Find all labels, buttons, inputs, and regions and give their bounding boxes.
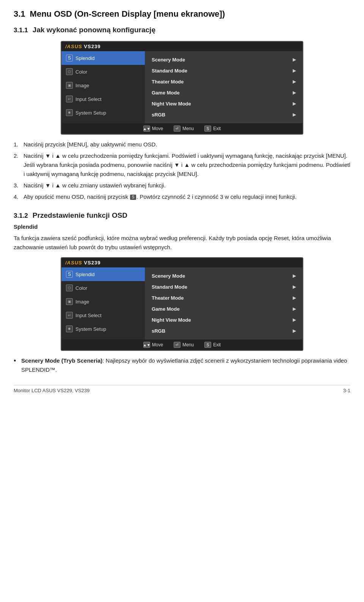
- input-icon-2: ↩: [66, 312, 73, 319]
- move-icon-2: ▲▼: [143, 342, 150, 348]
- osd-option-game-label-1: Game Mode: [152, 90, 180, 96]
- splendid-label-2: Splendid: [75, 272, 95, 277]
- system-icon-2: ✱: [66, 325, 73, 332]
- step-3-text: Naciśnij ▼ i ▲ w celu zmiany ustawień wy…: [24, 181, 166, 190]
- footer-right: 3-1: [343, 388, 350, 393]
- step-2-num: 2.: [14, 151, 20, 179]
- move-icon-1: ▲▼: [143, 126, 150, 132]
- osd-option-scenery-arrow-2: ▶: [293, 273, 296, 278]
- section-31-number: 3.1: [14, 9, 25, 19]
- section-31-title: Menu OSD (On-Screen Display [menu ekrano…: [30, 9, 225, 19]
- image-icon-2: ▣: [66, 298, 73, 305]
- osd-footer-2: ▲▼ Move ⏎ Menu S Exit: [61, 340, 303, 350]
- system-icon-1: ✱: [66, 109, 73, 116]
- color-label-2: Color: [75, 285, 87, 291]
- osd-menu-item-splendid-2[interactable]: S Splendid: [61, 267, 145, 281]
- osd-option-theater-arrow-1: ▶: [293, 79, 296, 84]
- osd-brand-2: /ASUS VS239: [65, 260, 100, 266]
- color-icon-2: ⬡: [66, 284, 73, 291]
- osd-option-scenery-1[interactable]: Scenery Mode ▶: [145, 54, 303, 65]
- osd-footer-move-2: ▲▼ Move: [143, 342, 163, 348]
- osd-option-nightview-2[interactable]: Night View Mode ▶: [145, 314, 303, 325]
- osd-option-srgb-arrow-1: ▶: [293, 112, 296, 117]
- osd-footer-move-1: ▲▼ Move: [143, 126, 163, 132]
- osd-menu-item-splendid-1[interactable]: S Splendid: [61, 51, 145, 65]
- osd-menu-item-input-1[interactable]: ↩ Input Select: [61, 92, 145, 106]
- subsection-311-number: 3.1.1: [14, 27, 28, 34]
- exit-label-2: Exit: [213, 342, 221, 347]
- bullet-list: Scenery Mode (Tryb Sceneria): Najlepszy …: [14, 356, 350, 374]
- step-2-text: Naciśnij ▼ i ▲ w celu przechodzenia pomi…: [24, 151, 350, 179]
- osd-option-game-1[interactable]: Game Mode ▶: [145, 87, 303, 98]
- osd-option-nightview-label-2: Night View Mode: [152, 317, 191, 323]
- subsection-312-container: 3.1.2 Przedstawienie funkcji OSD Splendi…: [14, 208, 350, 252]
- osd-option-standard-1[interactable]: Standard Mode ▶: [145, 65, 303, 76]
- image-icon-1: ▣: [66, 82, 73, 89]
- osd-option-nightview-1[interactable]: Night View Mode ▶: [145, 98, 303, 109]
- step-4-num: 4.: [14, 192, 20, 201]
- splendid-label-1: Splendid: [75, 55, 95, 61]
- subsection-311-header: 3.1.1 Jak wykonać ponowną konfigurację: [14, 23, 350, 36]
- osd-option-scenery-2[interactable]: Scenery Mode ▶: [145, 270, 303, 281]
- page-footer: Monitor LCD ASUS VS229, VS239 3-1: [14, 385, 350, 393]
- splendid-icon-2: S: [66, 271, 73, 278]
- menu-icon-1: ⏎: [174, 126, 180, 132]
- move-label-1: Move: [152, 126, 163, 131]
- color-label-1: Color: [75, 69, 87, 75]
- system-label-2: System Setup: [75, 326, 106, 332]
- osd-option-theater-arrow-2: ▶: [293, 295, 296, 300]
- osd-menu-item-color-1[interactable]: ⬡ Color: [61, 65, 145, 79]
- color-icon-1: ⬡: [66, 68, 73, 75]
- subsection-311-title: Jak wykonać ponowną konfigurację: [33, 26, 155, 34]
- osd-menu-item-input-2[interactable]: ↩ Input Select: [61, 308, 145, 322]
- osd-option-standard-2[interactable]: Standard Mode ▶: [145, 281, 303, 292]
- step-2: 2. Naciśnij ▼ i ▲ w celu przechodzenia p…: [14, 151, 350, 179]
- osd-monitor-2: /ASUS VS239 S Splendid ⬡ Color ▣ Image ↩…: [61, 257, 303, 351]
- osd-option-game-2[interactable]: Game Mode ▶: [145, 303, 303, 314]
- step-4-text: Aby opuścić menu OSD, naciśnij przycisk …: [24, 192, 297, 201]
- osd-option-standard-label-1: Standard Mode: [152, 68, 187, 74]
- osd-body-2: S Splendid ⬡ Color ▣ Image ↩ Input Selec…: [61, 267, 303, 340]
- osd-right-options-1: Scenery Mode ▶ Standard Mode ▶ Theater M…: [145, 51, 303, 123]
- osd-footer-menu-2: ⏎ Menu: [174, 342, 194, 348]
- subsection-312-header: 3.1.2 Przedstawienie funkcji OSD: [14, 208, 350, 221]
- osd-menu-item-color-2[interactable]: ⬡ Color: [61, 281, 145, 295]
- footer-left: Monitor LCD ASUS VS229, VS239: [14, 388, 89, 393]
- osd-option-scenery-label-1: Scenery Mode: [152, 57, 185, 63]
- exit-icon-2: S: [204, 342, 211, 348]
- move-label-2: Move: [152, 342, 163, 347]
- osd-left-menu-2: S Splendid ⬡ Color ▣ Image ↩ Input Selec…: [61, 267, 145, 340]
- system-label-1: System Setup: [75, 110, 106, 116]
- osd-titlebar-2: /ASUS VS239: [61, 258, 303, 267]
- osd-left-menu-1: S Splendid ⬡ Color ▣ Image ↩ Input Selec…: [61, 51, 145, 123]
- step-1-num: 1.: [14, 140, 20, 149]
- osd-menu-item-system-2[interactable]: ✱ System Setup: [61, 322, 145, 336]
- osd-footer-exit-2: S Exit: [204, 342, 221, 348]
- osd-option-standard-arrow-2: ▶: [293, 284, 296, 289]
- splendid-intro: Ta funkcja zawiera sześć podfunkcji, któ…: [14, 234, 350, 252]
- osd-option-srgb-label-1: sRGB: [152, 112, 165, 118]
- osd-titlebar-1: /ASUS VS239: [61, 42, 303, 51]
- osd-footer-menu-1: ⏎ Menu: [174, 126, 194, 132]
- osd-option-theater-1[interactable]: Theater Mode ▶: [145, 76, 303, 87]
- osd-footer-exit-1: S Exit: [204, 126, 221, 132]
- step-4: 4. Aby opuścić menu OSD, naciśnij przyci…: [14, 192, 350, 201]
- osd-option-standard-label-2: Standard Mode: [152, 284, 187, 290]
- step-1-text: Naciśnij przycisk [MENU], aby uaktywnić …: [24, 140, 157, 149]
- menu-icon-2: ⏎: [174, 342, 180, 348]
- input-icon-1: ↩: [66, 96, 73, 102]
- osd-option-theater-2[interactable]: Theater Mode ▶: [145, 292, 303, 303]
- osd-option-nightview-arrow-1: ▶: [293, 101, 296, 106]
- osd-brand-1: /ASUS VS239: [65, 44, 100, 49]
- osd-menu-item-image-2[interactable]: ▣ Image: [61, 295, 145, 308]
- osd-menu-item-system-1[interactable]: ✱ System Setup: [61, 106, 145, 119]
- bullet-scenery: Scenery Mode (Tryb Sceneria): Najlepszy …: [14, 356, 350, 374]
- osd-option-game-arrow-2: ▶: [293, 307, 296, 311]
- osd-option-srgb-1[interactable]: sRGB ▶: [145, 109, 303, 120]
- osd-option-theater-label-1: Theater Mode: [152, 79, 184, 85]
- osd-menu-item-image-1[interactable]: ▣ Image: [61, 79, 145, 92]
- step-3-num: 3.: [14, 181, 20, 190]
- osd-option-game-arrow-1: ▶: [293, 90, 296, 95]
- osd-option-srgb-2[interactable]: sRGB ▶: [145, 325, 303, 336]
- menu-label-2: Menu: [182, 342, 194, 347]
